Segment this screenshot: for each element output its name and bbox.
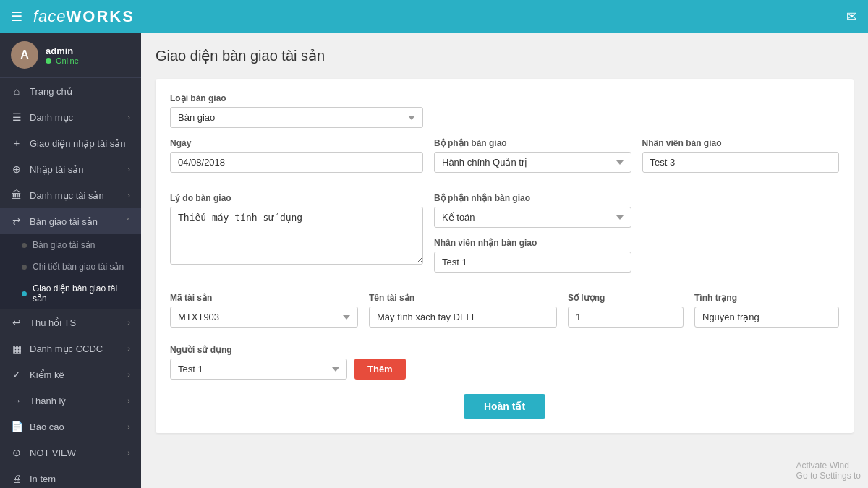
ngay-label: Ngày <box>170 138 423 148</box>
bank-icon: 🏛 <box>11 189 22 201</box>
grid-icon: ▦ <box>11 343 22 354</box>
sidebar: A admin Online ⌂ Trang chủ ☰ Danh mục <box>0 33 141 488</box>
mail-icon[interactable]: ✉ <box>846 9 857 25</box>
nguoi-su-dung-select[interactable]: Test 1 <box>170 359 347 380</box>
chevron-right-icon: › <box>127 318 130 327</box>
online-status: Online <box>46 56 79 65</box>
sidebar-label: Danh mục tài sản <box>30 190 104 201</box>
sidebar-item-thanh-ly[interactable]: → Thanh lý › <box>0 388 141 414</box>
hoan-tat-row: Hoàn tất <box>170 394 839 419</box>
avatar: A <box>11 41 38 69</box>
hamburger-menu[interactable]: ☰ <box>11 9 22 25</box>
so-luong-group: Số lượng <box>568 293 684 328</box>
chevron-right-icon: › <box>127 344 130 353</box>
logo-works: WORKS <box>67 7 135 25</box>
submenu-label: Giao diện bàn giao tài sản <box>33 283 130 304</box>
nguoi-su-dung-label: Người sử dụng <box>170 345 347 355</box>
topbar: ☰ faceWORKS ✉ <box>0 0 868 33</box>
chevron-right-icon: › <box>127 113 130 121</box>
bo-phan-nhan-select[interactable]: Kế toán <box>434 207 631 228</box>
sidebar-item-nhap-tai-san[interactable]: ⊕ Nhập tài sản › <box>0 156 141 182</box>
tinh-trang-group: Tình trạng <box>694 293 839 328</box>
nhan-vien-ban-giao-input[interactable] <box>642 152 840 173</box>
nhan-vien-ban-giao-label: Nhân viên bàn giao <box>642 138 840 148</box>
dot-active-icon <box>22 291 27 296</box>
them-button[interactable]: Thêm <box>354 359 406 380</box>
submenu-label: Chi tiết bàn giao tài sản <box>33 262 124 272</box>
sidebar-label: Báo cáo <box>30 421 64 432</box>
sidebar-label: Trang chủ <box>30 86 72 97</box>
ngay-input[interactable] <box>170 152 423 173</box>
hoan-tat-button[interactable]: Hoàn tất <box>464 394 545 419</box>
tinh-trang-input[interactable] <box>694 307 839 328</box>
sidebar-item-ban-giao[interactable]: ⇄ Bàn giao tài sản ˅ <box>0 208 141 234</box>
chevron-right-icon: › <box>127 448 130 457</box>
user-info: admin Online <box>46 46 79 65</box>
chevron-right-icon: › <box>127 422 130 431</box>
sidebar-item-danh-muc[interactable]: ☰ Danh mục › <box>0 104 141 130</box>
sidebar-item-danh-muc-tai-san[interactable]: 🏛 Danh mục tài sản › <box>0 182 141 208</box>
ten-tai-san-label: Tên tài sản <box>369 293 557 303</box>
sidebar-item-in-tem[interactable]: 🖨 In tem <box>0 466 141 488</box>
topbar-left: ☰ faceWORKS <box>11 7 135 26</box>
chevron-right-icon: › <box>127 191 130 200</box>
sidebar-item-giao-dien-nhap[interactable]: + Giao diện nhập tài sản <box>0 130 141 156</box>
sidebar-label: Danh mục CCDC <box>30 343 103 354</box>
logo: faceWORKS <box>33 7 135 26</box>
nhan-vien-ban-giao-group: Nhân viên bàn giao <box>642 138 840 173</box>
sidebar-item-kiem-ke[interactable]: ✓ Kiểm kê › <box>0 361 141 388</box>
home-icon: ⌂ <box>11 85 22 97</box>
sidebar-item-thu-hoi[interactable]: ↩ Thu hồi TS › <box>0 309 141 335</box>
ly-do-group: Lý do bàn giao Thiếu máy tính sử dụng <box>170 193 423 273</box>
bo-phan-ban-giao-select[interactable]: Hành chính Quản trị <box>434 152 631 173</box>
loai-ban-giao-group: Loại bàn giao Bàn giao <box>170 93 839 128</box>
sidebar-label: Bàn giao tài sản <box>30 216 98 227</box>
ban-giao-submenu: Bàn giao tài sản Chi tiết bàn giao tài s… <box>0 234 141 309</box>
main-content: Giao diện bàn giao tài sản Loại bàn giao… <box>141 33 868 488</box>
chevron-right-icon: › <box>127 370 130 379</box>
chevron-right-icon: › <box>127 165 130 174</box>
loai-ban-giao-label: Loại bàn giao <box>170 93 839 103</box>
ten-tai-san-input[interactable] <box>369 307 557 328</box>
ly-do-label: Lý do bàn giao <box>170 193 423 203</box>
eye-icon: ⊙ <box>11 447 22 458</box>
submenu-chi-tiet-ban-giao[interactable]: Chi tiết bàn giao tài sản <box>0 256 141 278</box>
ly-do-textarea[interactable]: Thiếu máy tính sử dụng <box>170 207 423 265</box>
bo-phan-nhan-label: Bộ phận nhận bàn giao <box>434 193 631 203</box>
sidebar-label: In tem <box>30 474 56 484</box>
ma-tai-san-select[interactable]: MTXT903 <box>170 307 358 328</box>
print-icon: 🖨 <box>11 473 22 484</box>
ma-tai-san-label: Mã tài sản <box>170 293 358 303</box>
submenu-label: Bàn giao tài sản <box>33 240 95 250</box>
nhan-vien-nhan-input[interactable] <box>434 252 631 273</box>
sidebar-item-trang-chu[interactable]: ⌂ Trang chủ <box>0 78 141 104</box>
so-luong-input[interactable] <box>568 307 684 328</box>
dot-icon <box>22 243 27 248</box>
download-icon: ⊕ <box>11 163 22 175</box>
nguoi-su-dung-row: Người sử dụng Test 1 Thêm <box>170 345 839 380</box>
chevron-down-icon: ˅ <box>126 217 130 226</box>
ngay-group: Ngày <box>170 138 423 173</box>
list-icon: ☰ <box>11 111 22 123</box>
layout: A admin Online ⌂ Trang chủ ☰ Danh mục <box>0 33 868 488</box>
submenu-ban-giao-tai-san[interactable]: Bàn giao tài sản <box>0 234 141 256</box>
nhan-vien-nhan-label: Nhân viên nhận bàn giao <box>434 238 631 248</box>
submenu-giao-dien-ban-giao[interactable]: Giao diện bàn giao tài sản <box>0 278 141 309</box>
bo-phan-ban-giao-group: Bộ phận bàn giao Hành chính Quản trị <box>434 138 631 173</box>
sidebar-item-not-view[interactable]: ⊙ NOT VIEW › <box>0 440 141 466</box>
form-card: Loại bàn giao Bàn giao Ngày Bộ phận bàn … <box>156 79 854 433</box>
sidebar-label: Nhập tài sản <box>30 164 84 175</box>
sidebar-label: Danh mục <box>30 112 73 123</box>
loai-ban-giao-select[interactable]: Bàn giao <box>170 107 423 128</box>
nguoi-su-dung-group: Người sử dụng Test 1 <box>170 345 347 380</box>
sidebar-label: Thanh lý <box>30 395 66 406</box>
username: admin <box>46 46 79 56</box>
chevron-right-icon: › <box>127 396 130 405</box>
tinh-trang-label: Tình trạng <box>694 293 839 303</box>
ma-tai-san-group: Mã tài sản MTXT903 <box>170 293 358 328</box>
status-dot <box>46 58 51 64</box>
sidebar-item-danh-muc-ccdc[interactable]: ▦ Danh mục CCDC › <box>0 335 141 361</box>
sidebar-item-bao-cao[interactable]: 📄 Báo cáo › <box>0 414 141 440</box>
check-icon: ✓ <box>11 369 22 380</box>
page-title: Giao diện bàn giao tài sản <box>156 47 854 64</box>
